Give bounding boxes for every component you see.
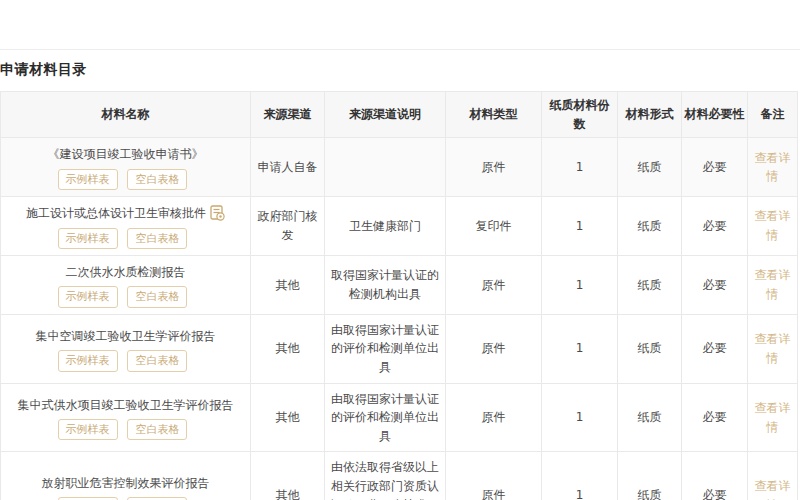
table-row: 集中式供水项目竣工验收卫生学评价报告 示例样表 空白表格 其他 由取得国家计量认… (1, 383, 798, 452)
view-detail-link[interactable]: 查看详情 (755, 268, 791, 301)
table-row: 集中空调竣工验收卫生学评价报告 示例样表 空白表格 其他 由取得国家计量认证的评… (1, 314, 798, 383)
material-name: 施工设计或总体设计卫生审核批件 (26, 206, 206, 220)
material-form: 纸质 (618, 452, 682, 500)
material-type: 复印件 (446, 197, 542, 256)
material-name: 集中式供水项目竣工验收卫生学评价报告 (18, 397, 234, 411)
blank-form-button[interactable]: 空白表格 (127, 350, 187, 371)
source-channel: 政府部门核发 (251, 197, 325, 256)
paper-copies: 1 (542, 255, 618, 314)
material-necessity: 必要 (682, 452, 748, 500)
table-row: 施工设计或总体设计卫生审核批件 示例样表 空白表格 政府部门核发 卫生健康部门 … (1, 197, 798, 256)
column-header: 材料必要性 (682, 92, 748, 138)
material-necessity: 必要 (682, 197, 748, 256)
paper-copies: 1 (542, 197, 618, 256)
material-form: 纸质 (618, 138, 682, 197)
table-row: 放射职业危害控制效果评价报告 示例样表 空白表格 其他 由依法取得省级以上相关行… (1, 452, 798, 500)
page: 申请材料目录 材料名称来源渠道来源渠道说明材料类型纸质材料份数材料形式材料必要性… (0, 0, 800, 500)
material-name: 放射职业危害控制效果评价报告 (42, 475, 210, 489)
source-desc (325, 138, 446, 197)
column-header: 材料名称 (1, 92, 251, 138)
material-type: 原件 (446, 452, 542, 500)
material-type: 原件 (446, 255, 542, 314)
view-detail-link[interactable]: 查看详情 (755, 479, 791, 500)
paper-copies: 1 (542, 452, 618, 500)
sample-form-button[interactable]: 示例样表 (58, 286, 118, 307)
material-name: 二次供水水质检测报告 (66, 264, 186, 278)
table-row: 《建设项目竣工验收申请书》 示例样表 空白表格 申请人自备 原件 1 纸质 (1, 138, 798, 197)
paper-copies: 1 (542, 138, 618, 197)
column-header: 备注 (748, 92, 798, 138)
view-detail-link[interactable]: 查看详情 (755, 209, 791, 242)
sample-form-button[interactable]: 示例样表 (58, 350, 118, 371)
blank-form-button[interactable]: 空白表格 (127, 228, 187, 249)
sample-form-button[interactable]: 示例样表 (58, 228, 118, 249)
view-detail-link[interactable]: 查看详情 (755, 332, 791, 365)
source-desc: 由取得国家计量认证的评价和检测单位出具 (325, 314, 446, 383)
sample-form-button[interactable]: 示例样表 (58, 169, 118, 190)
source-channel: 其他 (251, 383, 325, 452)
column-header: 材料类型 (446, 92, 542, 138)
column-header: 来源渠道 (251, 92, 325, 138)
blank-form-button[interactable]: 空白表格 (127, 286, 187, 307)
source-desc: 取得国家计量认证的检测机构出具 (325, 255, 446, 314)
source-desc: 由取得国家计量认证的评价和检测单位出具 (325, 383, 446, 452)
column-header: 纸质材料份数 (542, 92, 618, 138)
blank-form-button[interactable]: 空白表格 (127, 419, 187, 440)
column-header: 材料形式 (618, 92, 682, 138)
source-channel: 申请人自备 (251, 138, 325, 197)
view-detail-link[interactable]: 查看详情 (755, 401, 791, 434)
material-type: 原件 (446, 314, 542, 383)
sample-form-button[interactable]: 示例样表 (58, 419, 118, 440)
column-header: 来源渠道说明 (325, 92, 446, 138)
material-form: 纸质 (618, 314, 682, 383)
paper-copies: 1 (542, 314, 618, 383)
material-necessity: 必要 (682, 314, 748, 383)
material-necessity: 必要 (682, 255, 748, 314)
blank-form-button[interactable]: 空白表格 (127, 169, 187, 190)
table-row: 二次供水水质检测报告 示例样表 空白表格 其他 取得国家计量认证的检测机构出具 … (1, 255, 798, 314)
material-name: 《建设项目竣工验收申请书》 (48, 147, 204, 161)
material-type: 原件 (446, 383, 542, 452)
top-divider (0, 0, 800, 50)
material-form: 纸质 (618, 197, 682, 256)
material-name: 集中空调竣工验收卫生学评价报告 (36, 328, 216, 342)
page-title: 申请材料目录 (0, 61, 800, 79)
material-type: 原件 (446, 138, 542, 197)
materials-table: 材料名称来源渠道来源渠道说明材料类型纸质材料份数材料形式材料必要性备注 《建设项… (0, 91, 798, 500)
material-form: 纸质 (618, 383, 682, 452)
source-desc: 卫生健康部门 (325, 197, 446, 256)
material-necessity: 必要 (682, 383, 748, 452)
source-channel: 其他 (251, 452, 325, 500)
source-channel: 其他 (251, 314, 325, 383)
view-detail-link[interactable]: 查看详情 (755, 151, 791, 184)
source-channel: 其他 (251, 255, 325, 314)
material-form: 纸质 (618, 255, 682, 314)
paper-copies: 1 (542, 383, 618, 452)
material-necessity: 必要 (682, 138, 748, 197)
source-desc: 由依法取得省级以上相关行政部门资质认证的职业卫生技术服务机构出具 (325, 452, 446, 500)
table-header-row: 材料名称来源渠道来源渠道说明材料类型纸质材料份数材料形式材料必要性备注 (1, 92, 798, 138)
certificate-icon (210, 205, 225, 221)
